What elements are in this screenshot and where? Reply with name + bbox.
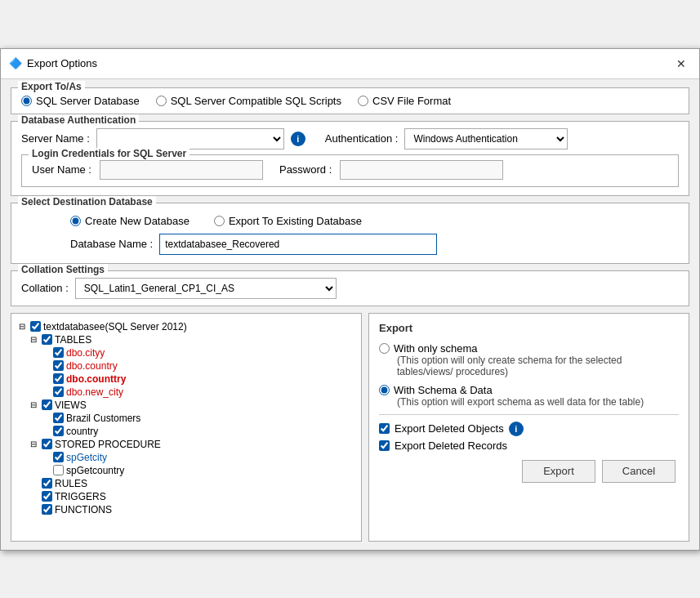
tree-item-label: spGetcity [66,452,107,463]
schema-only-desc: (This option will only create schema for… [397,355,679,377]
server-name-select[interactable] [96,128,284,150]
csv-format-radio[interactable] [358,96,368,106]
export-deleted-objects-checkbox[interactable] [379,423,390,434]
export-to-as-section: Export To/As SQL Server Database SQL Ser… [11,87,689,114]
tree-item-label: textdatabasee(SQL Server 2012) [43,321,187,332]
tree-item[interactable]: ⊟TABLES [28,333,356,346]
export-to-as-label: Export To/As [18,81,85,92]
sql-scripts-radio[interactable] [156,96,167,106]
collation-label: Collation : [21,282,69,294]
tree-item[interactable]: TRIGGERS [28,490,356,503]
csv-format-label: CSV File Format [372,95,451,107]
tree-item[interactable]: ⊟textdatabasee(SQL Server 2012) [16,320,356,333]
authentication-select[interactable]: Windows Authentication SQL Server Authen… [404,128,568,150]
collation-section: Collation Settings Collation : SQL_Latin… [11,270,689,306]
export-button[interactable]: Export [522,460,595,483]
tree-item[interactable]: Brazil Customers [39,412,356,425]
tree-checkbox[interactable] [53,426,64,436]
login-credentials-label: Login Credentials for SQL Server [29,148,189,159]
collation-select[interactable]: SQL_Latin1_General_CP1_CI_AS Latin1_Gene… [75,278,337,299]
tree-item-label: STORED PROCEDURE [55,439,161,450]
schema-data-radio-label[interactable]: With Schema & Data [379,384,679,396]
export-deleted-records-row: Export Deleted Records [379,440,679,452]
schema-data-radio[interactable] [379,385,390,395]
db-auth-label: Database Authentication [18,114,139,126]
db-name-input[interactable] [159,234,437,255]
tree-panel: ⊟textdatabasee(SQL Server 2012)⊟TABLESdb… [11,313,362,542]
tree-item[interactable]: dbo.cityy [39,346,356,359]
tree-item[interactable]: ⊟VIEWS [28,399,356,412]
export-to-as-options: SQL Server Database SQL Server Compatibl… [11,88,689,114]
server-info-icon[interactable]: i [291,132,305,146]
tree-checkbox[interactable] [53,373,64,384]
tree-checkbox[interactable] [42,334,52,345]
tree-item[interactable]: dbo.new_city [39,386,356,399]
tree-checkbox[interactable] [53,360,64,371]
tree-item[interactable]: dbo.counttry [39,373,356,386]
cancel-button[interactable]: Cancel [602,460,675,483]
tree-item-label: dbo.country [66,360,118,372]
dialog-title: Export Options [27,57,97,69]
schema-only-radio[interactable] [379,343,390,354]
export-panel-title: Export [379,322,679,334]
db-name-label: Database Name : [70,238,153,250]
csv-format-option[interactable]: CSV File Format [358,95,451,107]
tree-item-label: TABLES [55,334,91,346]
tree-item-label: Brazil Customers [66,413,140,424]
create-new-radio[interactable] [70,216,81,226]
tree-checkbox[interactable] [53,413,64,423]
title-bar: 🔷 Export Options ✕ [1,49,699,79]
collation-row: Collation : SQL_Latin1_General_CP1_CI_AS… [11,271,689,306]
tree-item[interactable]: spGetcity [39,451,356,464]
destination-content: Create New Database Export To Existing D… [11,203,689,263]
sql-server-db-label: SQL Server Database [36,95,140,107]
tree-checkbox[interactable] [53,386,64,397]
tree-checkbox[interactable] [42,399,52,410]
tree-item-label: spGetcountry [66,465,124,476]
tree-item[interactable]: RULES [28,477,356,490]
tree-checkbox[interactable] [42,478,52,489]
tree-checkbox[interactable] [42,491,52,502]
tree-checkbox[interactable] [53,452,64,462]
server-name-label: Server Name : [21,132,90,145]
tree-item-label: dbo.counttry [66,373,126,385]
export-existing-radio[interactable] [214,216,225,226]
tree-item[interactable]: FUNCTIONS [28,503,356,516]
tree-item[interactable]: dbo.country [39,359,356,373]
password-input[interactable] [340,160,503,180]
export-deleted-records-checkbox[interactable] [379,440,390,451]
tree-checkbox[interactable] [53,465,64,475]
app-icon: 🔷 [9,57,22,69]
tree-item[interactable]: country [39,425,356,438]
tree-item[interactable]: ⊟STORED PROCEDURE [28,438,356,451]
tree-checkbox[interactable] [30,321,41,332]
auth-label: Authentication : [325,132,399,145]
create-new-option[interactable]: Create New Database [70,215,189,227]
collation-section-label: Collation Settings [18,264,108,275]
export-existing-option[interactable]: Export To Existing Database [214,215,362,227]
tree-item[interactable]: spGetcountry [39,464,356,477]
schema-only-radio-label[interactable]: With only schema [379,342,679,355]
deleted-objects-info-icon[interactable]: i [509,422,524,436]
schema-data-option: With Schema & Data (This option will exp… [379,384,679,408]
db-name-row: Database Name : [21,234,679,255]
destination-section: Select Destination Database Create New D… [11,203,689,264]
tree-item-label: dbo.cityy [66,347,105,359]
sql-server-db-radio[interactable] [21,96,32,106]
destination-label: Select Destination Database [18,196,156,208]
username-input[interactable] [100,160,263,180]
tree-item-label: dbo.new_city [66,386,123,398]
credentials-row: User Name : Password : [22,155,678,186]
export-existing-label: Export To Existing Database [229,215,362,227]
schema-only-option: With only schema (This option will only … [379,342,679,377]
tree-checkbox[interactable] [53,347,64,358]
bottom-area: ⊟textdatabasee(SQL Server 2012)⊟TABLESdb… [11,313,689,542]
tree-item-label: RULES [55,478,87,489]
export-panel: Export With only schema (This option wil… [368,313,689,542]
close-button[interactable]: ✕ [671,54,691,74]
tree-checkbox[interactable] [42,504,52,515]
sql-server-db-option[interactable]: SQL Server Database [21,95,140,107]
tree-item-label: country [66,426,98,437]
sql-scripts-option[interactable]: SQL Server Compatible SQL Scripts [156,95,341,107]
tree-checkbox[interactable] [42,439,52,449]
